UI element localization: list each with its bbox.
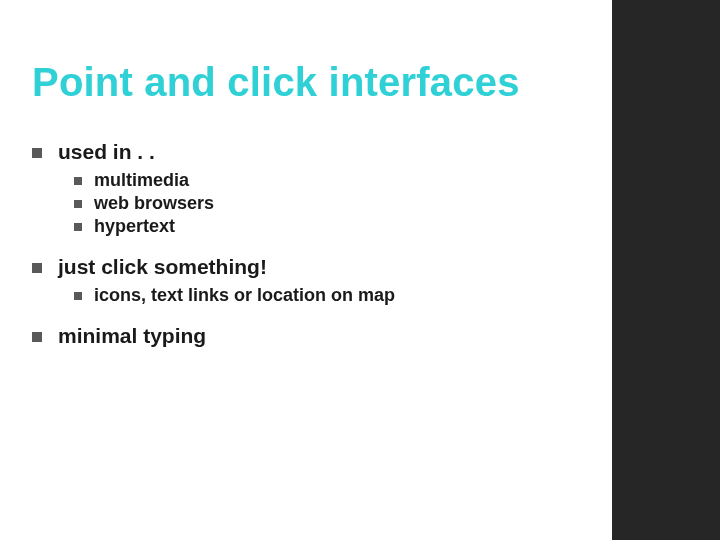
square-bullet-icon: [74, 223, 82, 231]
list-item-text: used in . .: [58, 140, 155, 164]
square-bullet-icon: [74, 292, 82, 300]
content-area: Point and click interfaces used in . . m…: [0, 0, 612, 540]
sub-list-item: icons, text links or location on map: [74, 285, 588, 306]
slide: Point and click interfaces used in . . m…: [0, 0, 720, 540]
sub-list-item-text: icons, text links or location on map: [94, 285, 395, 306]
square-bullet-icon: [74, 177, 82, 185]
slide-body: used in . . multimedia web browsers: [32, 140, 588, 354]
square-bullet-icon: [32, 148, 42, 158]
sub-list: multimedia web browsers hypertext: [32, 170, 588, 237]
slide-title: Point and click interfaces: [32, 60, 520, 105]
sub-list-item: multimedia: [74, 170, 588, 191]
list-item: minimal typing: [32, 324, 588, 348]
square-bullet-icon: [32, 332, 42, 342]
right-sidebar: [612, 0, 720, 540]
sub-list-item-text: multimedia: [94, 170, 189, 191]
sub-list-item-text: hypertext: [94, 216, 175, 237]
list-item-row: minimal typing: [32, 324, 588, 348]
sub-list-item: web browsers: [74, 193, 588, 214]
list-item-text: just click something!: [58, 255, 267, 279]
square-bullet-icon: [74, 200, 82, 208]
list-item-row: just click something!: [32, 255, 588, 279]
list-item-text: minimal typing: [58, 324, 206, 348]
list-item-row: used in . .: [32, 140, 588, 164]
list-item: used in . . multimedia web browsers: [32, 140, 588, 237]
list-item: just click something! icons, text links …: [32, 255, 588, 306]
sub-list-item-text: web browsers: [94, 193, 214, 214]
square-bullet-icon: [32, 263, 42, 273]
sub-list: icons, text links or location on map: [32, 285, 588, 306]
bullet-list: used in . . multimedia web browsers: [32, 140, 588, 348]
sub-list-item: hypertext: [74, 216, 588, 237]
